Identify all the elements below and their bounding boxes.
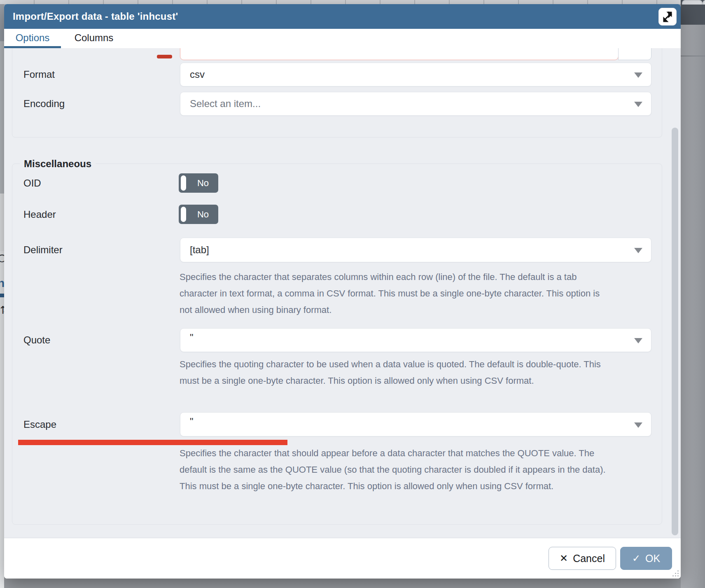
background-text-fragment: O	[0, 252, 4, 265]
encoding-placeholder: Select an item...	[190, 92, 261, 115]
miscellaneous-legend: Miscellaneous	[20, 157, 96, 171]
options-form-scrollarea[interactable]: Format csv Encoding Select an item... Mi…	[4, 48, 681, 538]
quote-label: Quote	[23, 328, 50, 352]
ok-button-label: OK	[645, 553, 660, 565]
filename-input[interactable]	[180, 48, 619, 60]
dialog-footer: ✕ Cancel ✓ OK	[4, 538, 681, 579]
header-toggle-state: No	[188, 205, 218, 224]
quote-value: "	[190, 329, 194, 352]
dialog-tabbar: Options Columns	[4, 29, 681, 49]
toggle-handle	[181, 175, 186, 191]
oid-toggle-state: No	[188, 173, 218, 193]
cancel-button-label: Cancel	[573, 553, 605, 565]
import-export-dialog: Import/Export data - table 'inhcust' Opt…	[4, 4, 681, 579]
chevron-down-icon	[634, 72, 642, 78]
encoding-select[interactable]: Select an item...	[180, 92, 651, 116]
background-text-fragment: ni	[0, 277, 4, 290]
dialog-title: Import/Export data - table 'inhcust'	[13, 4, 178, 29]
check-icon: ✓	[632, 553, 640, 564]
escape-value: "	[190, 413, 194, 436]
escape-help-text: Specifies the character that should appe…	[180, 445, 612, 495]
modal-backdrop	[681, 4, 705, 588]
header-label: Header	[23, 205, 56, 224]
background-left-strip: O ni ⇅	[0, 4, 4, 588]
encoding-label: Encoding	[23, 92, 65, 116]
background-divider	[681, 56, 705, 56]
maximize-button[interactable]	[658, 8, 677, 26]
vertical-scrollbar[interactable]	[672, 128, 678, 535]
toggle-handle	[181, 207, 186, 222]
chevron-down-icon	[634, 102, 642, 107]
oid-toggle[interactable]: No	[179, 173, 218, 193]
dialog-titlebar[interactable]: Import/Export data - table 'inhcust'	[4, 4, 681, 29]
expand-arrows-icon	[662, 12, 673, 22]
required-field-marker	[157, 55, 172, 58]
header-toggle[interactable]: No	[179, 205, 218, 224]
format-select[interactable]: csv	[180, 63, 651, 86]
chevron-down-icon	[634, 248, 642, 253]
background-tab	[682, 0, 703, 5]
format-label: Format	[23, 63, 55, 86]
format-value: csv	[190, 63, 205, 86]
delimiter-help-text: Specifies the character that separates c…	[180, 269, 612, 318]
cancel-button[interactable]: ✕ Cancel	[549, 547, 616, 570]
tab-options[interactable]: Options	[4, 29, 61, 48]
quote-help-text: Specifies the quoting character to be us…	[180, 356, 612, 389]
escape-label: Escape	[23, 412, 56, 436]
oid-label: OID	[23, 173, 41, 193]
quote-select[interactable]: "	[180, 328, 651, 352]
tab-columns[interactable]: Columns	[69, 29, 119, 48]
delimiter-select[interactable]: [tab]	[180, 238, 651, 262]
background-highlight-bar	[0, 294, 4, 297]
chevron-down-icon	[634, 338, 642, 343]
background-grid-strip	[0, 0, 705, 4]
close-icon: ✕	[560, 553, 568, 564]
chevron-down-icon	[634, 422, 642, 428]
sort-arrows-icon: ⇅	[0, 304, 4, 317]
annotation-underline	[18, 440, 287, 445]
delimiter-label: Delimiter	[23, 238, 63, 262]
ok-button[interactable]: ✓ OK	[620, 547, 672, 570]
delimiter-value: [tab]	[190, 238, 209, 262]
resize-grip[interactable]	[672, 570, 679, 576]
escape-select[interactable]: "	[180, 412, 651, 436]
file-browse-button[interactable]	[618, 48, 651, 60]
